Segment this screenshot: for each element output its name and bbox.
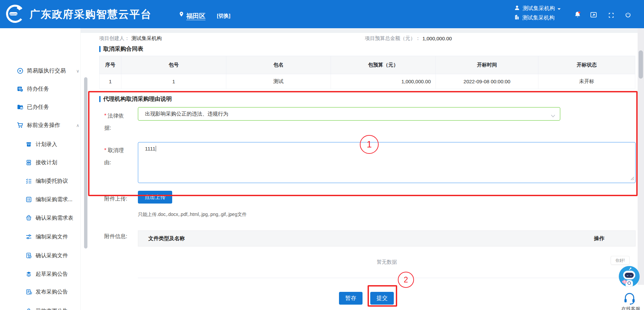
sidebar-item-确认采购需求表[interactable]: 确认采购需求表 [0, 209, 81, 227]
sidebar-item-label: 确认采购文件 [36, 252, 68, 259]
attachments-col-name: 文件类型及名称 [148, 235, 185, 242]
content-top-strip [81, 28, 644, 33]
cart-icon [17, 122, 24, 129]
reason-section-title-text: 代理机构取消采购理由说明 [103, 95, 172, 103]
sidebar-item-采购变更公告[interactable]: 采购变更公告 [0, 302, 81, 310]
sidebar-item-起草采购公告[interactable]: 起草采购公告 [0, 265, 81, 283]
app-window: GDGPO 广东政府采购智慧云平台 福田区 [切换] 测试集采机构 测试集采机构 [0, 0, 644, 310]
cancel-reason-textarea[interactable]: 1111 [138, 142, 636, 183]
exec-trade-icon [17, 68, 24, 74]
svg-text:GDGPO: GDGPO [10, 13, 17, 15]
contract-section-title-text: 取消采购合同表 [103, 45, 143, 53]
chat-greeting-bubble: 你好! [611, 256, 630, 265]
district-switch-link[interactable]: [切换] [217, 13, 230, 19]
sidebar-item-已办任务[interactable]: 已办任务 [0, 98, 81, 116]
attachments-empty-state: 暂无数据 [138, 247, 636, 278]
org-name: 测试集采机构 [522, 14, 555, 21]
content-scrollbar-thumb[interactable] [84, 77, 87, 249]
legal-basis-value: 出现影响采购公正的违法、违规行为 [145, 110, 228, 118]
project-info-bar: 项目创建人：测试集采机构 项目预算总金额（元）：1,000,000.00 [99, 35, 634, 42]
upload-hint: 只能上传.doc,.docx,.pdf,.html,.jpg,.png,.gif… [138, 212, 247, 218]
gdgpo-logo-icon: GDGPO [5, 4, 25, 24]
customer-service-headset-icon[interactable] [623, 292, 636, 306]
legal-basis-select[interactable]: 出现影响采购公正的违法、违规行为 [138, 107, 560, 121]
contract-table-header-row: 序号包号包名包预算（元）开标时间开标状态 [100, 56, 635, 74]
switch-system-icon[interactable] [589, 10, 598, 19]
budget-value: 1,000,000.00 [422, 36, 452, 41]
checklist-icon [26, 178, 32, 184]
sidebar-item-待办任务[interactable]: 待办任务 [0, 80, 81, 98]
budget-label: 项目预算总金额（元）： [365, 35, 420, 41]
contract-table-header-cell: 包预算（元） [331, 56, 436, 74]
contract-table: 序号包号包名包预算（元）开标时间开标状态11测试1,000,000.002022… [99, 56, 635, 89]
sidebar-item-label: 计划录入 [36, 141, 57, 148]
contract-table-header-cell: 开标状态 [538, 56, 635, 74]
doc-publish-icon [26, 289, 32, 295]
upload-button[interactable]: 点击上传 [138, 191, 172, 204]
app-header: GDGPO 广东政府采购智慧云平台 福田区 [切换] 测试集采机构 测试集采机构 [0, 0, 644, 28]
user-icon [514, 5, 520, 12]
list-square-icon [26, 196, 32, 203]
notifications-bell-icon[interactable] [573, 10, 582, 19]
sidebar-item-label: 起草采购公告 [36, 271, 68, 278]
location-pin-icon [179, 10, 184, 19]
archive-icon [26, 141, 32, 148]
online-service-label: 在线客服 [621, 306, 640, 310]
contract-table-cell: 测试 [226, 74, 331, 89]
text-cursor [156, 146, 156, 151]
sidebar-item-label: 待办任务 [27, 85, 49, 93]
attachments-label: 附件信息: [104, 230, 127, 242]
sidebar-item-label: 编制采购文件 [36, 233, 68, 240]
contract-table-header-cell: 开标时间 [436, 56, 538, 74]
sidebar-item-接收计划[interactable]: 接收计划 [0, 153, 81, 172]
chat-robot-avatar[interactable] [619, 266, 640, 287]
building-icon [514, 14, 520, 21]
contract-table-header-cell: 序号 [100, 56, 121, 74]
contract-table-header-cell: 包名 [226, 56, 331, 74]
contract-table-cell: 1 [121, 74, 226, 89]
sidebar-item-label: 编制采购需求... [36, 196, 72, 203]
contract-section-title: 取消采购合同表 [99, 45, 143, 53]
caret-down-icon [557, 6, 561, 12]
district-link[interactable]: 福田区 [186, 12, 205, 20]
sidebar-item-label: 接收计划 [36, 159, 57, 166]
logout-power-icon[interactable] [623, 10, 632, 19]
lock-icon [26, 308, 32, 310]
resize-handle-icon[interactable] [631, 176, 634, 182]
contract-table-cell: 1 [100, 74, 121, 89]
contract-table-cell: 2022-09-08 00:00:00 [436, 74, 538, 89]
layers-icon [26, 271, 32, 277]
cancel-reason-value: 1111 [145, 146, 155, 151]
user-name: 测试集采机构 [523, 5, 555, 12]
section-bar [99, 46, 101, 52]
sidebar-item-计划录入[interactable]: 计划录入 [0, 135, 81, 153]
save-draft-button[interactable]: 暂存 [339, 292, 363, 305]
section-bar [99, 96, 101, 102]
sidebar-item-发布采购公告[interactable]: 发布采购公告 [0, 283, 81, 301]
sidebar-item-label: 确认采购需求表 [36, 215, 73, 222]
sidebar-item-编制采购文件[interactable]: 编制采购文件 [0, 228, 81, 246]
attachments-col-action: 操作 [594, 235, 604, 242]
attachments-table-header: 文件类型及名称 操作 [138, 230, 636, 247]
sidebar-item-确认采购文件[interactable]: 确认采购文件 [0, 247, 81, 265]
reason-section-title: 代理机构取消采购理由说明 [99, 95, 172, 103]
page-scrollbar-thumb[interactable] [639, 50, 643, 79]
creator-value: 测试集采机构 [131, 35, 162, 41]
submit-button[interactable]: 提交 [370, 292, 394, 305]
contract-table-header-cell: 包号 [121, 56, 226, 74]
legal-basis-label: *法律依据: [104, 110, 130, 134]
org-row: 测试集采机构 [514, 14, 555, 21]
sidebar-item-label: 编制委托协议 [36, 178, 68, 185]
sidebar-item-简易版执行交易[interactable]: 简易版执行交易∨ [0, 62, 81, 80]
chevron-down-icon [551, 113, 555, 119]
sidebar-item-编制委托协议[interactable]: 编制委托协议 [0, 172, 81, 190]
upload-label: 附件上传: [104, 193, 127, 205]
fullscreen-icon[interactable] [607, 11, 615, 19]
contract-table-cell: 1,000,000.00 [331, 74, 436, 89]
sidebar-item-编制采购需求[interactable]: 编制采购需求... [0, 190, 81, 209]
creator-label: 项目创建人： [99, 35, 129, 41]
doc-check-icon [26, 253, 32, 259]
sidebar-item-标前业务操作[interactable]: 标前业务操作∧ [0, 116, 81, 134]
basket-icon [26, 215, 32, 221]
user-menu[interactable]: 测试集采机构 [514, 5, 561, 12]
